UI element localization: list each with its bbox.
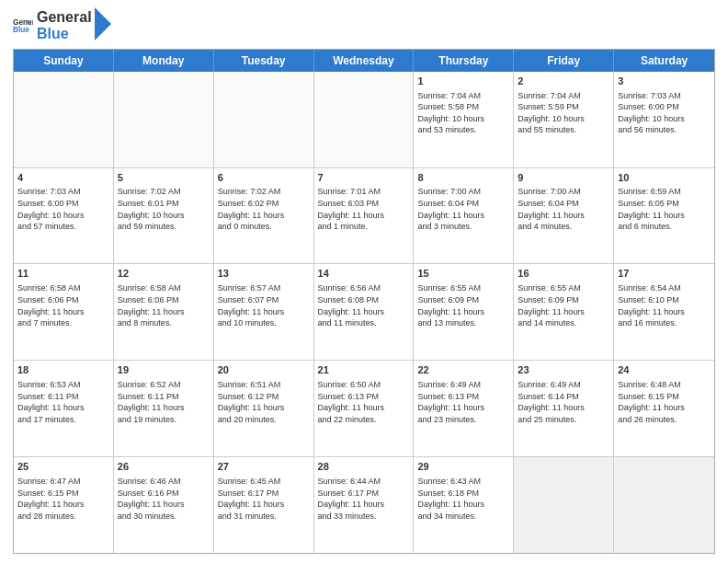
- calendar-cell: 22Sunrise: 6:49 AMSunset: 6:13 PMDayligh…: [414, 361, 514, 456]
- day-number: 23: [518, 363, 609, 377]
- calendar-week-3: 18Sunrise: 6:53 AMSunset: 6:11 PMDayligh…: [14, 361, 714, 457]
- day-number: 13: [218, 267, 310, 281]
- day-number: 25: [17, 460, 109, 474]
- calendar-cell: 15Sunrise: 6:55 AMSunset: 6:09 PMDayligh…: [414, 264, 514, 360]
- day-info: Sunrise: 6:48 AMSunset: 6:15 PMDaylight:…: [618, 379, 711, 425]
- calendar-cell: 18Sunrise: 6:53 AMSunset: 6:11 PMDayligh…: [14, 361, 114, 456]
- calendar-cell: 3Sunrise: 7:03 AMSunset: 6:00 PMDaylight…: [614, 72, 714, 167]
- day-info: Sunrise: 6:47 AMSunset: 6:15 PMDaylight:…: [17, 476, 109, 522]
- calendar-cell: [114, 72, 214, 167]
- day-number: 21: [318, 363, 410, 377]
- weekday-header-monday: Monday: [114, 50, 214, 72]
- day-info: Sunrise: 6:43 AMSunset: 6:18 PMDaylight:…: [417, 476, 509, 522]
- calendar-cell: 14Sunrise: 6:56 AMSunset: 6:08 PMDayligh…: [314, 264, 415, 360]
- calendar-cell: [14, 72, 114, 167]
- logo: General Blue General Blue: [13, 9, 111, 43]
- calendar-cell: 26Sunrise: 6:46 AMSunset: 6:16 PMDayligh…: [114, 457, 214, 553]
- day-info: Sunrise: 7:03 AMSunset: 6:00 PMDaylight:…: [618, 90, 711, 136]
- calendar-cell: 27Sunrise: 6:45 AMSunset: 6:17 PMDayligh…: [214, 457, 314, 553]
- calendar-week-4: 25Sunrise: 6:47 AMSunset: 6:15 PMDayligh…: [14, 457, 714, 553]
- day-number: 15: [417, 267, 509, 281]
- svg-text:Blue: Blue: [13, 26, 29, 34]
- calendar-cell: 11Sunrise: 6:58 AMSunset: 6:06 PMDayligh…: [14, 264, 114, 360]
- day-info: Sunrise: 6:55 AMSunset: 6:09 PMDaylight:…: [518, 282, 609, 328]
- calendar-cell: [314, 72, 415, 167]
- day-number: 6: [218, 171, 310, 185]
- header: General Blue General Blue: [13, 9, 715, 43]
- day-number: 17: [618, 267, 711, 281]
- day-info: Sunrise: 6:44 AMSunset: 6:17 PMDaylight:…: [318, 476, 410, 522]
- day-number: 14: [318, 267, 410, 281]
- calendar-cell: 24Sunrise: 6:48 AMSunset: 6:15 PMDayligh…: [614, 361, 714, 456]
- day-number: 12: [118, 267, 210, 281]
- day-info: Sunrise: 7:04 AMSunset: 5:58 PMDaylight:…: [417, 90, 509, 136]
- calendar-body: 1Sunrise: 7:04 AMSunset: 5:58 PMDaylight…: [14, 72, 714, 553]
- day-number: 3: [618, 75, 711, 88]
- day-info: Sunrise: 6:58 AMSunset: 6:06 PMDaylight:…: [118, 282, 210, 328]
- weekday-header-tuesday: Tuesday: [214, 50, 314, 72]
- calendar-cell: 8Sunrise: 7:00 AMSunset: 6:04 PMDaylight…: [414, 168, 514, 264]
- weekday-header-friday: Friday: [514, 50, 614, 72]
- day-info: Sunrise: 6:49 AMSunset: 6:14 PMDaylight:…: [518, 379, 609, 425]
- day-info: Sunrise: 7:03 AMSunset: 6:00 PMDaylight:…: [17, 186, 109, 232]
- day-number: 18: [17, 363, 109, 377]
- calendar-cell: 13Sunrise: 6:57 AMSunset: 6:07 PMDayligh…: [214, 264, 314, 360]
- page: General Blue General Blue SundayMondayTu…: [0, 0, 728, 563]
- day-number: 5: [118, 171, 210, 185]
- weekday-header-saturday: Saturday: [614, 50, 714, 72]
- calendar-cell: [514, 457, 614, 553]
- calendar-cell: [614, 457, 714, 553]
- day-number: 27: [218, 460, 310, 474]
- calendar-week-1: 4Sunrise: 7:03 AMSunset: 6:00 PMDaylight…: [14, 168, 714, 265]
- day-number: 28: [318, 460, 410, 474]
- day-info: Sunrise: 6:46 AMSunset: 6:16 PMDaylight:…: [118, 476, 210, 522]
- logo-general: General: [37, 9, 92, 26]
- calendar-cell: 17Sunrise: 6:54 AMSunset: 6:10 PMDayligh…: [614, 264, 714, 360]
- weekday-header-wednesday: Wednesday: [314, 50, 415, 72]
- day-number: 16: [518, 267, 609, 281]
- day-number: 24: [618, 363, 711, 377]
- weekday-header-thursday: Thursday: [414, 50, 514, 72]
- day-info: Sunrise: 6:45 AMSunset: 6:17 PMDaylight:…: [218, 476, 310, 522]
- day-number: 11: [17, 267, 109, 281]
- calendar: SundayMondayTuesdayWednesdayThursdayFrid…: [13, 49, 715, 554]
- day-info: Sunrise: 6:52 AMSunset: 6:11 PMDaylight:…: [118, 379, 210, 425]
- day-info: Sunrise: 6:55 AMSunset: 6:09 PMDaylight:…: [417, 282, 509, 328]
- logo-blue: Blue: [37, 26, 92, 42]
- logo-icon: General Blue: [13, 16, 33, 36]
- calendar-cell: 29Sunrise: 6:43 AMSunset: 6:18 PMDayligh…: [414, 457, 514, 553]
- day-number: 19: [118, 363, 210, 377]
- calendar-cell: 16Sunrise: 6:55 AMSunset: 6:09 PMDayligh…: [514, 264, 614, 360]
- calendar-cell: 1Sunrise: 7:04 AMSunset: 5:58 PMDaylight…: [414, 72, 514, 167]
- day-number: 26: [118, 460, 210, 474]
- day-info: Sunrise: 6:50 AMSunset: 6:13 PMDaylight:…: [318, 379, 410, 425]
- calendar-cell: 25Sunrise: 6:47 AMSunset: 6:15 PMDayligh…: [14, 457, 114, 553]
- day-number: 10: [618, 171, 711, 185]
- calendar-week-0: 1Sunrise: 7:04 AMSunset: 5:58 PMDaylight…: [14, 72, 714, 168]
- calendar-cell: 28Sunrise: 6:44 AMSunset: 6:17 PMDayligh…: [314, 457, 415, 553]
- day-info: Sunrise: 6:54 AMSunset: 6:10 PMDaylight:…: [618, 282, 711, 328]
- calendar-cell: [214, 72, 314, 167]
- calendar-cell: 21Sunrise: 6:50 AMSunset: 6:13 PMDayligh…: [314, 361, 415, 456]
- day-info: Sunrise: 6:49 AMSunset: 6:13 PMDaylight:…: [417, 379, 509, 425]
- day-info: Sunrise: 7:00 AMSunset: 6:04 PMDaylight:…: [417, 186, 509, 232]
- day-info: Sunrise: 7:00 AMSunset: 6:04 PMDaylight:…: [518, 186, 609, 232]
- day-number: 29: [417, 460, 509, 474]
- calendar-cell: 19Sunrise: 6:52 AMSunset: 6:11 PMDayligh…: [114, 361, 214, 456]
- day-info: Sunrise: 6:57 AMSunset: 6:07 PMDaylight:…: [218, 282, 310, 328]
- calendar-cell: 20Sunrise: 6:51 AMSunset: 6:12 PMDayligh…: [214, 361, 314, 456]
- calendar-cell: 5Sunrise: 7:02 AMSunset: 6:01 PMDaylight…: [114, 168, 214, 264]
- calendar-cell: 2Sunrise: 7:04 AMSunset: 5:59 PMDaylight…: [514, 72, 614, 167]
- day-info: Sunrise: 6:56 AMSunset: 6:08 PMDaylight:…: [318, 282, 410, 328]
- calendar-header: SundayMondayTuesdayWednesdayThursdayFrid…: [14, 50, 714, 72]
- day-number: 4: [17, 171, 109, 185]
- svg-marker-3: [95, 7, 111, 40]
- weekday-header-sunday: Sunday: [14, 50, 114, 72]
- calendar-cell: 9Sunrise: 7:00 AMSunset: 6:04 PMDaylight…: [514, 168, 614, 264]
- day-number: 9: [518, 171, 609, 185]
- calendar-cell: 7Sunrise: 7:01 AMSunset: 6:03 PMDaylight…: [314, 168, 415, 264]
- calendar-week-2: 11Sunrise: 6:58 AMSunset: 6:06 PMDayligh…: [14, 264, 714, 361]
- day-info: Sunrise: 7:02 AMSunset: 6:02 PMDaylight:…: [218, 186, 310, 232]
- day-number: 22: [417, 363, 509, 377]
- calendar-cell: 6Sunrise: 7:02 AMSunset: 6:02 PMDaylight…: [214, 168, 314, 264]
